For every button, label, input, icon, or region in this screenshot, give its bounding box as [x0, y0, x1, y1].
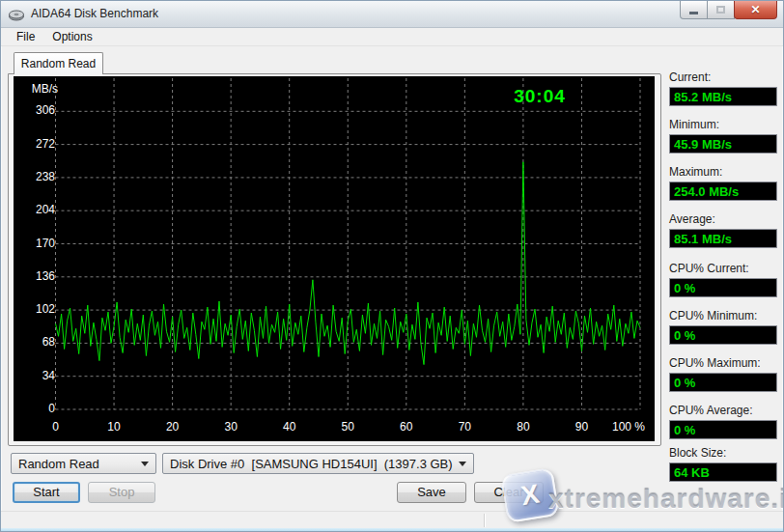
stat-value: 0 % [669, 325, 777, 345]
x-axis-tick-label: 100 % [600, 420, 658, 434]
stat-value: 0 % [669, 373, 777, 392]
disk-drive-value: Disk Drive #0 [SAMSUNG HD154UI] (1397.3 … [170, 457, 453, 471]
stat-value: 45.9 MB/s [669, 134, 777, 154]
stat-cpu-current: CPU% Current: 0 % [669, 262, 777, 297]
stat-label: Block Size: [669, 446, 777, 461]
menu-file[interactable]: File [8, 29, 43, 44]
x-axis-tick-label: 10 [85, 420, 143, 434]
start-button[interactable]: Start [13, 482, 80, 503]
x-axis-tick-label: 80 [494, 420, 552, 434]
y-axis-tick-label: 102 [14, 302, 55, 317]
y-axis-tick-label: 68 [14, 335, 55, 350]
y-axis-tick-label: 136 [14, 269, 55, 284]
tab-random-read[interactable]: Random Read [14, 52, 103, 74]
window-title: AIDA64 Disk Benchmark [31, 7, 158, 20]
stat-cpu-minimum: CPU% Minimum: 0 % [669, 309, 777, 345]
y-axis-tick-label: 306 [14, 103, 55, 118]
stat-label: CPU% Current: [669, 262, 777, 276]
y-axis-tick-label: 34 [14, 369, 55, 383]
y-axis-tick-label: 272 [14, 137, 55, 152]
window-bottom-edge [1, 528, 783, 532]
x-axis-tick-label: 60 [378, 420, 435, 434]
stat-value: 85.2 MB/s [669, 87, 777, 106]
app-icon [9, 8, 24, 21]
stat-cpu-maximum: CPU% Maximum: 0 % [669, 356, 777, 392]
y-axis-tick-label: 204 [14, 203, 55, 217]
y-axis-tick-label: 238 [14, 170, 55, 184]
disk-drive-select[interactable]: Disk Drive #0 [SAMSUNG HD154UI] (1397.3 … [162, 453, 474, 474]
maximize-button[interactable] [707, 1, 735, 19]
y-axis-tick-label: 170 [14, 237, 55, 251]
x-axis-tick-label: 20 [144, 420, 202, 434]
stop-button[interactable]: Stop [88, 482, 155, 503]
stat-label: CPU% Minimum: [669, 309, 777, 323]
x-axis-tick-label: 70 [435, 420, 493, 434]
stat-minimum: Minimum: 45.9 MB/s [669, 118, 777, 154]
x-axis-tick-label: 40 [261, 420, 319, 434]
stat-value: 0 % [669, 278, 777, 297]
stat-label: Current: [669, 70, 777, 85]
stat-current: Current: 85.2 MB/s [669, 70, 777, 106]
stat-label: Maximum: [669, 165, 777, 180]
stat-value: 254.0 MB/s [669, 182, 777, 201]
stat-block-size: Block Size: 64 KB [669, 446, 777, 482]
stat-label: CPU% Average: [669, 404, 777, 418]
app-window: AIDA64 Disk Benchmark ✕ File Options Ran… [0, 0, 784, 532]
stat-cpu-average: CPU% Average: 0 % [669, 404, 777, 439]
elapsed-time: 30:04 [496, 86, 583, 107]
x-axis-tick-label: 0 [27, 420, 85, 434]
minimize-button[interactable] [680, 1, 708, 19]
menu-options[interactable]: Options [43, 29, 100, 44]
stat-average: Average: 85.1 MB/s [669, 212, 777, 248]
stat-value: 85.1 MB/s [669, 229, 777, 248]
window-controls: ✕ [681, 1, 777, 19]
maximize-icon [716, 6, 725, 14]
benchmark-type-select[interactable]: Random Read [11, 453, 156, 474]
stat-label: Average: [669, 212, 777, 227]
chart-canvas [14, 76, 655, 441]
x-axis-tick-label: 50 [319, 420, 377, 434]
watermark-text: xtremehardware.it [548, 484, 784, 515]
stat-maximum: Maximum: 254.0 MB/s [669, 165, 777, 201]
stat-value: 0 % [669, 420, 777, 439]
x-axis-tick-label: 30 [202, 420, 260, 434]
status-bar-divider [484, 514, 485, 527]
stat-label: CPU% Maximum: [669, 356, 777, 371]
chevron-down-icon [141, 462, 149, 466]
menu-bar: File Options [1, 28, 783, 46]
stats-panel: Current: 85.2 MB/s Minimum: 45.9 MB/s Ma… [669, 70, 777, 482]
stat-value: 64 KB [669, 462, 777, 482]
y-axis-unit-label: MB/s [14, 82, 58, 96]
close-button[interactable]: ✕ [734, 1, 777, 19]
benchmark-line-chart: MB/s 30:04 30627223820417013610268340010… [14, 76, 655, 441]
stat-label: Minimum: [669, 118, 777, 132]
benchmark-type-value: Random Read [18, 457, 99, 471]
chevron-down-icon [459, 462, 466, 466]
title-bar: AIDA64 Disk Benchmark ✕ [1, 1, 783, 28]
y-axis-tick-label: 0 [14, 402, 55, 416]
save-button[interactable]: Save [397, 482, 466, 503]
minimize-icon [689, 12, 698, 14]
